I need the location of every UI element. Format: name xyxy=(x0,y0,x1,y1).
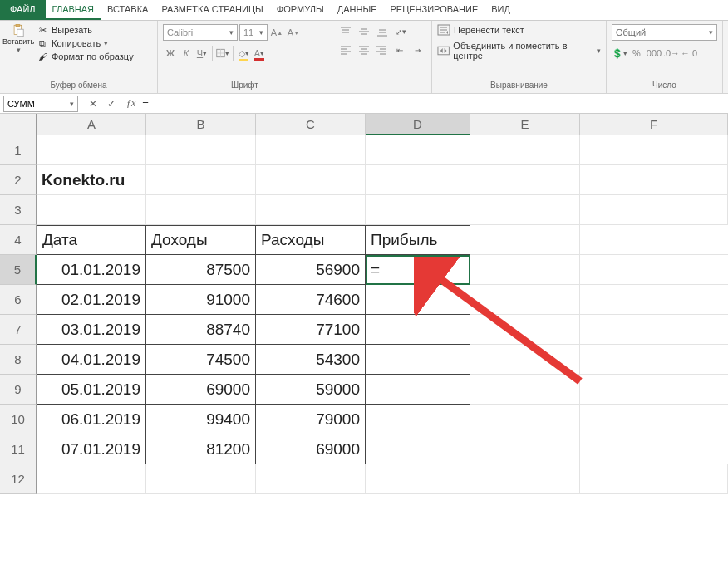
col-header-A[interactable]: A xyxy=(37,114,146,135)
font-name-select[interactable]: Calibri ▾ xyxy=(163,24,238,41)
cell-A11[interactable]: 07.01.2019 xyxy=(37,434,146,464)
cell-F7[interactable] xyxy=(580,315,728,345)
borders-button[interactable]: ▾ xyxy=(215,46,230,61)
row-header-5[interactable]: 5 xyxy=(0,255,37,285)
cell-B7[interactable]: 88740 xyxy=(146,315,256,345)
cell-F9[interactable] xyxy=(580,375,728,405)
cell-B12[interactable] xyxy=(146,464,256,494)
cell-A4[interactable]: Дата xyxy=(37,225,146,255)
cell-B6[interactable]: 91000 xyxy=(146,285,256,315)
tab-review[interactable]: РЕЦЕНЗИРОВАНИЕ xyxy=(383,0,485,20)
col-header-B[interactable]: B xyxy=(146,114,256,135)
cell-C2[interactable] xyxy=(256,165,366,195)
row-header-11[interactable]: 11 xyxy=(0,434,37,464)
cell-A3[interactable] xyxy=(37,195,146,225)
percent-button[interactable]: % xyxy=(629,46,644,61)
font-size-select[interactable]: 11 ▾ xyxy=(239,24,268,41)
col-header-E[interactable]: E xyxy=(470,114,580,135)
formula-input[interactable]: = xyxy=(139,97,728,110)
cell-C12[interactable] xyxy=(256,464,366,494)
select-all-corner[interactable] xyxy=(0,114,37,135)
number-format-select[interactable]: Общий ▾ xyxy=(612,24,717,41)
row-header-8[interactable]: 8 xyxy=(0,345,37,375)
decrease-decimal-button[interactable]: ←.0 xyxy=(681,46,696,61)
cell-D6[interactable] xyxy=(366,285,470,315)
cell-F10[interactable] xyxy=(580,405,728,434)
col-header-C[interactable]: C xyxy=(256,114,366,135)
decrease-indent-button[interactable]: ⇤ xyxy=(391,42,408,57)
increase-decimal-button[interactable]: .0→ xyxy=(664,46,679,61)
cell-D1[interactable] xyxy=(366,135,470,165)
align-top-button[interactable] xyxy=(337,24,354,39)
cell-F6[interactable] xyxy=(580,285,728,315)
cell-D2[interactable] xyxy=(366,165,470,195)
row-header-9[interactable]: 9 xyxy=(0,375,37,405)
cell-F2[interactable] xyxy=(580,165,728,195)
cell-E4[interactable] xyxy=(470,225,580,255)
merge-center-button[interactable]: Объединить и поместить в центре ▾ xyxy=(437,41,601,61)
orientation-button[interactable]: ⤢▾ xyxy=(392,24,409,39)
cell-A2[interactable]: Konekto.ru xyxy=(37,165,146,195)
align-middle-button[interactable] xyxy=(356,24,372,39)
cell-A5[interactable]: 01.01.2019 xyxy=(37,255,146,285)
tab-data[interactable]: ДАННЫЕ xyxy=(331,0,384,20)
row-header-7[interactable]: 7 xyxy=(0,315,37,345)
cell-A1[interactable] xyxy=(37,135,146,165)
cell-D10[interactable] xyxy=(366,405,470,434)
cell-A10[interactable]: 06.01.2019 xyxy=(37,405,146,434)
cell-F12[interactable] xyxy=(580,464,728,494)
tab-page-layout[interactable]: РАЗМЕТКА СТРАНИЦЫ xyxy=(155,0,269,20)
decrease-font-button[interactable]: A▼ xyxy=(286,25,301,40)
col-header-D[interactable]: D xyxy=(366,114,470,135)
cell-A9[interactable]: 05.01.2019 xyxy=(37,375,146,405)
cell-E8[interactable] xyxy=(470,345,580,375)
cell-A12[interactable] xyxy=(37,464,146,494)
cancel-formula-button[interactable]: ✕ xyxy=(86,98,100,110)
cell-F11[interactable] xyxy=(580,434,728,464)
row-header-6[interactable]: 6 xyxy=(0,285,37,315)
cell-D4[interactable]: Прибыль xyxy=(366,225,470,255)
format-painter-button[interactable]: 🖌 Формат по образцу xyxy=(37,51,134,62)
cell-F1[interactable] xyxy=(580,135,728,165)
cell-D11[interactable] xyxy=(366,434,470,464)
cell-C8[interactable]: 54300 xyxy=(256,345,366,375)
tab-view[interactable]: ВИД xyxy=(485,0,517,20)
cell-E9[interactable] xyxy=(470,375,580,405)
cell-D12[interactable] xyxy=(366,464,470,494)
cell-F8[interactable] xyxy=(580,345,728,375)
font-color-button[interactable]: A ▾ xyxy=(252,46,267,61)
cell-C1[interactable] xyxy=(256,135,366,165)
name-box[interactable]: СУММ ▾ xyxy=(3,96,78,112)
copy-button[interactable]: ⧉ Копировать ▾ xyxy=(37,37,134,49)
cell-C3[interactable] xyxy=(256,195,366,225)
cell-F5[interactable] xyxy=(580,255,728,285)
cell-C6[interactable]: 74600 xyxy=(256,285,366,315)
currency-button[interactable]: 💲▾ xyxy=(612,46,627,61)
cell-E10[interactable] xyxy=(470,405,580,434)
thousands-button[interactable]: 000 xyxy=(647,46,662,61)
cell-E11[interactable] xyxy=(470,434,580,464)
col-header-F[interactable]: F xyxy=(580,114,728,135)
cell-A7[interactable]: 03.01.2019 xyxy=(37,315,146,345)
cell-B10[interactable]: 99400 xyxy=(146,405,256,434)
cell-B5[interactable]: 87500 xyxy=(146,255,256,285)
fill-color-button[interactable]: ◇ ▾ xyxy=(236,46,251,61)
cell-C9[interactable]: 59000 xyxy=(256,375,366,405)
cell-C4[interactable]: Расходы xyxy=(256,225,366,255)
cell-E1[interactable] xyxy=(470,135,580,165)
cell-E7[interactable] xyxy=(470,315,580,345)
cell-B11[interactable]: 81200 xyxy=(146,434,256,464)
cell-E12[interactable] xyxy=(470,464,580,494)
cell-E2[interactable] xyxy=(470,165,580,195)
cell-F4[interactable] xyxy=(580,225,728,255)
tab-file[interactable]: ФАЙЛ xyxy=(0,0,46,20)
align-right-button[interactable] xyxy=(374,42,391,57)
cell-B3[interactable] xyxy=(146,195,256,225)
cell-B9[interactable]: 69000 xyxy=(146,375,256,405)
cell-C10[interactable]: 79000 xyxy=(256,405,366,434)
tab-insert[interactable]: ВСТАВКА xyxy=(101,0,155,20)
cell-D3[interactable] xyxy=(366,195,470,225)
cell-D9[interactable] xyxy=(366,375,470,405)
cell-C7[interactable]: 77100 xyxy=(256,315,366,345)
cell-C11[interactable]: 69000 xyxy=(256,434,366,464)
